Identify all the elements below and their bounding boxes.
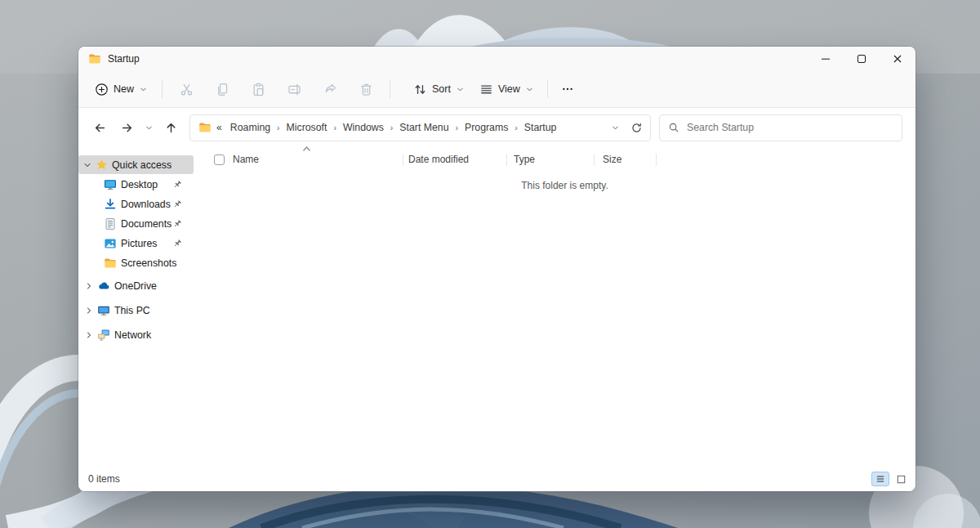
sidebar-item-pictures[interactable]: Pictures: [78, 234, 194, 253]
breadcrumb-item-programs[interactable]: Programs: [459, 118, 514, 137]
folder-icon: [104, 257, 117, 270]
window-body: Quick access Desktop D: [78, 147, 915, 467]
chevron-right-icon[interactable]: [84, 330, 94, 340]
view-button-label: View: [498, 83, 520, 95]
sidebar-item-onedrive[interactable]: OneDrive: [78, 276, 194, 296]
plus-circle-icon: [95, 83, 109, 96]
sidebar-item-label: Network: [114, 329, 151, 341]
copy-icon: [216, 83, 229, 96]
breadcrumb-overflow[interactable]: «: [212, 122, 225, 133]
delete-button[interactable]: [348, 75, 384, 103]
ellipsis-icon: [561, 83, 574, 96]
chevron-down-icon[interactable]: [82, 160, 92, 170]
column-headers: Name Date modified Type: [214, 149, 915, 170]
window-title: Startup: [108, 53, 140, 65]
sidebar-item-label: Desktop: [121, 179, 158, 190]
refresh-button[interactable]: [626, 117, 647, 138]
maximize-button[interactable]: [844, 47, 880, 71]
search-box[interactable]: [659, 114, 902, 141]
maximize-icon: [855, 52, 868, 65]
recent-locations-button[interactable]: [141, 116, 156, 139]
sidebar-item-label: Pictures: [121, 238, 157, 249]
chevron-down-icon: [456, 85, 465, 94]
sidebar-item-label: Documents: [121, 218, 172, 230]
cut-button[interactable]: [168, 75, 204, 103]
address-bar[interactable]: « Roaming › Microsoft › Windows › Start …: [189, 114, 651, 141]
breadcrumb-item-startup[interactable]: Startup: [519, 118, 563, 137]
sidebar-item-label: Downloads: [121, 199, 171, 210]
search-input[interactable]: [687, 122, 893, 133]
column-header-date-modified[interactable]: Date modified: [403, 149, 506, 170]
sidebar-item-label: Screenshots: [121, 257, 176, 269]
pin-icon: [172, 219, 182, 229]
share-icon: [323, 83, 337, 96]
details-view-icon: [875, 474, 885, 484]
sidebar-item-screenshots[interactable]: Screenshots: [78, 253, 194, 272]
this-pc-icon: [97, 304, 110, 317]
sidebar-item-desktop[interactable]: Desktop: [78, 175, 194, 194]
file-explorer-window: Startup New: [78, 47, 915, 491]
onedrive-icon: [97, 280, 110, 293]
star-icon: [96, 159, 108, 171]
large-icons-view-button[interactable]: [892, 472, 910, 486]
sort-arrows-icon: [413, 83, 427, 96]
sidebar-item-label: OneDrive: [114, 280, 157, 292]
up-arrow-icon: [164, 121, 178, 135]
minimize-button[interactable]: [808, 47, 844, 71]
toolbar-divider: [390, 80, 390, 98]
sidebar-item-network[interactable]: Network: [78, 325, 194, 345]
forward-button[interactable]: [115, 116, 138, 139]
chevron-down-icon: [145, 123, 154, 132]
paste-button[interactable]: [240, 75, 276, 103]
folder-icon: [198, 121, 212, 134]
refresh-icon: [630, 122, 643, 134]
pin-icon: [172, 199, 182, 209]
toolbar-divider: [162, 80, 163, 98]
column-header-size[interactable]: Size: [595, 149, 656, 170]
breadcrumb-item-start-menu[interactable]: Start Menu: [394, 118, 454, 137]
forward-arrow-icon: [120, 121, 134, 135]
rename-button[interactable]: [276, 75, 312, 103]
view-lines-icon: [479, 83, 493, 96]
copy-button[interactable]: [204, 75, 240, 103]
breadcrumb-item-microsoft[interactable]: Microsoft: [281, 118, 333, 137]
share-button[interactable]: [312, 75, 348, 103]
sort-button-label: Sort: [432, 83, 451, 95]
minimize-icon: [819, 52, 832, 65]
sort-ascending-icon: [301, 145, 312, 152]
chevron-right-icon[interactable]: [84, 306, 94, 315]
pictures-icon: [104, 237, 117, 250]
chevron-down-icon: [611, 123, 620, 132]
breadcrumb-item-roaming[interactable]: Roaming: [225, 118, 276, 137]
column-header-name[interactable]: Name: [233, 149, 403, 170]
desktop-background: Startup New: [0, 0, 980, 528]
select-all-checkbox[interactable]: [214, 154, 225, 165]
sidebar-item-this-pc[interactable]: This PC: [78, 301, 194, 320]
chevron-right-icon[interactable]: [84, 281, 94, 291]
sort-button[interactable]: Sort: [406, 75, 472, 103]
large-icons-view-icon: [896, 474, 906, 485]
up-button[interactable]: [159, 116, 182, 139]
breadcrumb-item-windows[interactable]: Windows: [337, 118, 390, 137]
column-header-label: Date modified: [408, 154, 469, 165]
view-toggles: [871, 472, 910, 486]
address-dropdown-button[interactable]: [604, 117, 626, 138]
column-resize-handle[interactable]: [656, 154, 657, 166]
sidebar-item-quick-access[interactable]: Quick access: [78, 155, 194, 174]
delete-icon: [359, 83, 373, 96]
rename-icon: [287, 83, 301, 96]
back-button[interactable]: [88, 116, 111, 139]
sidebar-item-downloads[interactable]: Downloads: [78, 195, 194, 213]
item-count: 0 items: [88, 473, 120, 485]
details-view-button[interactable]: [871, 472, 889, 486]
search-icon: [668, 122, 679, 133]
new-button[interactable]: New: [87, 75, 156, 103]
more-options-button[interactable]: [554, 75, 581, 103]
column-header-type[interactable]: Type: [507, 149, 594, 170]
close-icon: [891, 52, 904, 65]
cut-icon: [180, 83, 194, 96]
breadcrumb-separator: ›: [514, 123, 519, 132]
close-button[interactable]: [880, 47, 915, 71]
sidebar-item-documents[interactable]: Documents: [78, 214, 194, 233]
view-button[interactable]: View: [472, 75, 541, 103]
